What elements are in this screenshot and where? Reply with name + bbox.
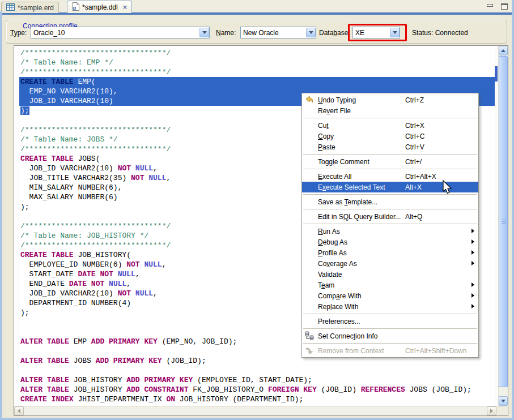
name-combo[interactable]: New Oracle [240,27,316,38]
menu-shortcut: Ctrl+Alt+X [405,173,436,181]
menu-item-label: Team [318,281,405,289]
tab-sample-ddl[interactable]: *sample.ddl × [67,1,132,13]
connection-info-icon [305,331,314,340]
menu-separator [303,169,477,169]
menu-separator [303,328,477,329]
menu-item-paste[interactable]: PasteCtrl+V [302,142,478,152]
menu-item-profile-as[interactable]: Profile As [302,247,478,258]
menu-item-cut[interactable]: CutCtrl+X [302,120,478,131]
name-label: Name: [216,29,236,37]
scroll-down-button[interactable] [499,396,508,406]
context-menu: Undo TypingCtrl+ZRevert FileCutCtrl+XCop… [301,93,479,358]
submenu-arrow-icon [471,261,474,265]
editor-gutter [14,46,19,406]
menu-item-label: Compare With [318,292,405,300]
menu-item-revert-file[interactable]: Revert File [302,105,478,116]
menu-item-label: Run As [318,228,405,235]
menu-shortcut: Ctrl+Alt+Shift+Down [405,347,466,355]
menu-shortcut: Ctrl+V [405,143,424,151]
menu-item-validate[interactable]: Validate [302,269,478,280]
tab-sample-erd[interactable]: *sample.erd [1,2,59,13]
code-line: ALTER TABLE JOB_HISTORY ADD PRIMARY KEY … [19,375,495,385]
menu-shortcut: Ctrl+Z [405,96,424,104]
menu-item-label: Profile As [318,249,405,257]
menu-item-toggle-comment[interactable]: Toggle CommentCtrl+/ [302,156,478,167]
code-line: ALTER TABLE JOB_HISTORY ADD CONSTRAINT F… [19,385,495,395]
horizontal-scrollbar[interactable] [14,406,508,415]
vertical-scrollbar-thumb[interactable] [499,56,508,387]
menu-item-label: Validate [318,271,405,278]
scroll-left-button[interactable] [14,406,24,415]
submenu-arrow-icon [471,239,474,244]
maximize-icon[interactable] [499,2,509,10]
submenu-arrow-icon [471,250,474,255]
code-line [19,366,495,375]
menu-item-run-as[interactable]: Run As [302,226,478,237]
menu-item-label: Remove from Context [318,347,405,355]
undo-icon [305,95,314,104]
code-line: /********************************/ [19,48,495,58]
menu-item-edit-in-sql-query-builder[interactable]: Edit in SQL Query Builder...Alt+Q [302,211,478,222]
close-icon[interactable]: × [123,4,128,11]
minimize-icon[interactable] [485,2,495,10]
menu-item-label: Revert File [318,107,405,115]
type-combo[interactable]: Oracle_10 [31,27,210,38]
window-border-left [0,11,2,420]
menu-item-set-connection-info[interactable]: Set Connection Info [302,331,478,341]
menu-item-team[interactable]: Team [302,280,478,290]
menu-item-label: Undo Typing [318,96,405,104]
menu-item-copy[interactable]: CopyCtrl+C [302,131,478,142]
scrollbar-corner [496,406,508,415]
chevron-down-icon[interactable] [199,28,209,37]
menu-item-undo-typing[interactable]: Undo TypingCtrl+Z [302,95,478,105]
scroll-up-button[interactable] [499,46,508,55]
window-border-right [512,0,514,420]
menu-item-label: Coverage As [318,260,405,268]
status-value: Connected [435,29,468,37]
type-label: Type: [10,29,27,37]
menu-item-label: Replace With [318,303,405,311]
ddl-file-icon [72,2,79,12]
submenu-arrow-icon [471,229,474,233]
code-line: /* Table Name: EMP */ [19,58,495,67]
menu-item-coverage-as[interactable]: Coverage As [302,258,478,269]
menu-shortcut: Alt+Q [405,213,422,221]
editor-tab-strip: *sample.erd *sample.ddl × [0,0,514,15]
submenu-arrow-icon [471,293,474,298]
table-icon [6,3,15,12]
database-label: Database: [319,29,350,37]
red-highlight-annotation [348,24,407,41]
menu-shortcut: Ctrl+/ [405,158,422,166]
menu-item-label: Edit in SQL Query Builder... [318,213,405,221]
name-combo-value: New Oracle [243,29,279,37]
menu-separator [303,343,477,344]
code-line: CREATE INDEX JHIST_DEPARTMENT_IX ON JOB_… [19,395,495,404]
menu-separator [303,224,477,224]
tab-label: *sample.ddl [82,3,118,11]
submenu-arrow-icon [471,282,474,287]
code-line: CREATE TABLE EMP( [19,77,495,87]
menu-item-debug-as[interactable]: Debug As [302,237,478,247]
editor-window: *sample.erd *sample.ddl × Connection pro… [0,0,514,420]
vertical-scrollbar[interactable] [498,46,508,406]
menu-shortcut: Ctrl+C [405,132,424,140]
window-border-bottom [0,418,514,420]
menu-separator [303,209,477,209]
menu-separator [303,154,477,155]
menu-item-label: Execute Selected Text [318,183,405,191]
menu-shortcut: Ctrl+X [405,122,424,130]
menu-item-label: Paste [318,143,405,151]
scroll-right-button[interactable] [487,406,496,415]
submenu-arrow-icon [471,304,474,308]
menu-item-preferences[interactable]: Preferences... [302,316,478,327]
mouse-cursor [443,180,455,199]
tab-label: *sample.erd [18,4,54,12]
remove-context-icon [305,346,314,355]
menu-item-replace-with[interactable]: Replace With [302,301,478,312]
status-label: Status: [412,29,433,37]
chevron-down-icon[interactable] [306,28,316,37]
menu-item-compare-with[interactable]: Compare With [302,290,478,301]
code-line: /********************************/ [19,67,495,77]
selection-marker [495,66,498,82]
menu-item-label: Save as Template... [318,198,405,206]
